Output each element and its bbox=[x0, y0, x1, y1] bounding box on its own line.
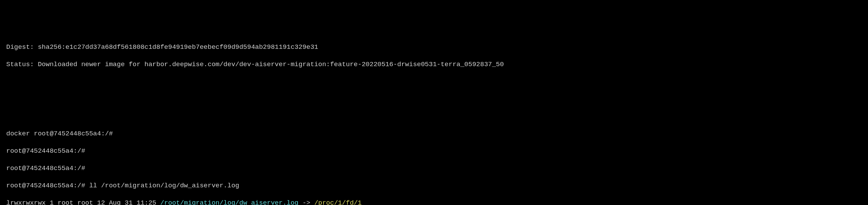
digest-label: Digest: bbox=[6, 43, 38, 51]
file-permissions: lrwxrwxrwx 1 root root 12 Aug 31 11:25 bbox=[6, 199, 160, 205]
terminal-output-line: Digest: sha256:e1c27dd37a68df561808c1d8f… bbox=[6, 43, 862, 52]
terminal-prompt-line: root@7452448c55a4:/# bbox=[6, 147, 862, 155]
symlink-target: /proc/1/fd/1 bbox=[314, 199, 362, 205]
blank-line bbox=[6, 78, 862, 86]
shell-prompt: root@7452448c55a4:/# bbox=[6, 182, 85, 189]
terminal-prompt-line: docker root@7452448c55a4:/# bbox=[6, 130, 862, 138]
terminal-command-line: root@7452448c55a4:/# ll /root/migration/… bbox=[6, 181, 862, 190]
shell-prompt: root@7452448c55a4:/# bbox=[6, 147, 85, 155]
docker-prompt: docker root@7452448c55a4:/# bbox=[6, 130, 113, 137]
command-text: ll /root/migration/log/dw_aiserver.log bbox=[85, 182, 239, 189]
terminal-output-line: Status: Downloaded newer image for harbo… bbox=[6, 60, 862, 69]
terminal-prompt-line: root@7452448c55a4:/# bbox=[6, 164, 862, 173]
symlink-arrow: -> bbox=[299, 199, 315, 205]
digest-value: sha256:e1c27dd37a68df561808c1d8fe94919eb… bbox=[38, 43, 318, 51]
shell-prompt: root@7452448c55a4:/# bbox=[6, 164, 85, 172]
symlink-path: /root/migration/log/dw_aiserver.log bbox=[160, 199, 299, 205]
blank-line bbox=[6, 112, 862, 121]
status-label: Status: bbox=[6, 61, 38, 68]
terminal-ls-output: lrwxrwxrwx 1 root root 12 Aug 31 11:25 /… bbox=[6, 199, 862, 205]
blank-line bbox=[6, 95, 862, 104]
status-value: Downloaded newer image for harbor.deepwi… bbox=[38, 61, 504, 68]
